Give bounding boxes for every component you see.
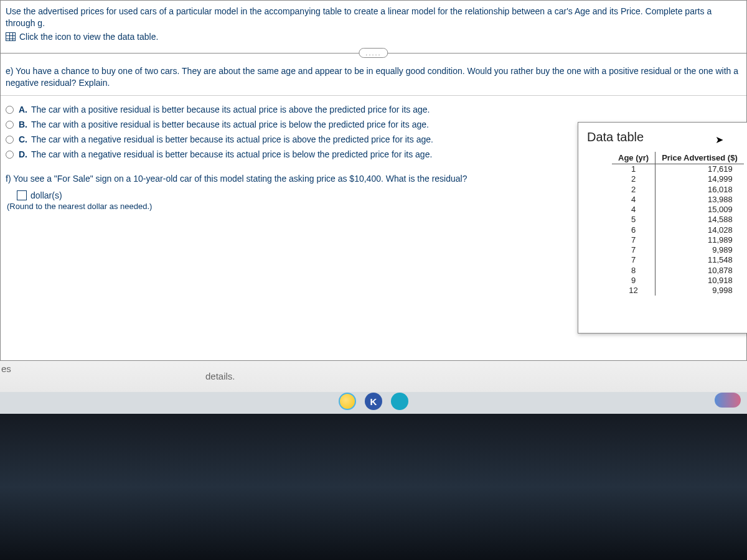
table-row: 117,619 bbox=[612, 164, 744, 175]
table-row: 810,878 bbox=[612, 266, 744, 276]
cell-price: 10,918 bbox=[655, 276, 744, 286]
option-a[interactable]: A.The car with a positive residual is be… bbox=[6, 102, 740, 117]
cell-age: 4 bbox=[612, 205, 655, 215]
cell-price: 16,018 bbox=[655, 185, 744, 195]
option-d-label: D.The car with a negative residual is be… bbox=[19, 149, 432, 159]
table-row: 910,918 bbox=[612, 276, 744, 286]
cell-age: 4 bbox=[612, 195, 655, 205]
table-icon bbox=[6, 32, 16, 41]
answer-unit: dollar(s) bbox=[31, 190, 62, 200]
option-d-key: D. bbox=[19, 149, 27, 159]
cell-price: 11,548 bbox=[655, 255, 744, 265]
cell-age: 1 bbox=[612, 164, 655, 175]
cell-price: 14,999 bbox=[655, 174, 744, 184]
option-c-text: The car with a negative residual is bett… bbox=[31, 134, 433, 144]
cell-age: 9 bbox=[612, 276, 655, 286]
cell-price: 13,988 bbox=[655, 195, 744, 205]
cell-age: 7 bbox=[612, 245, 655, 255]
taskbar-app3-icon[interactable] bbox=[391, 393, 408, 410]
cell-price: 15,009 bbox=[655, 205, 744, 215]
table-row: 413,988 bbox=[612, 195, 744, 205]
option-b-radio[interactable] bbox=[6, 121, 14, 129]
option-c-key: C. bbox=[19, 134, 27, 144]
option-d-text: The car with a negative residual is bett… bbox=[31, 149, 432, 159]
taskbar-app2-icon[interactable]: K bbox=[365, 393, 382, 410]
view-data-link[interactable]: Click the icon to view the data table. bbox=[1, 32, 746, 48]
cell-age: 12 bbox=[612, 286, 655, 296]
table-row: 614,028 bbox=[612, 225, 744, 235]
table-row: 711,989 bbox=[612, 235, 744, 245]
cell-price: 14,028 bbox=[655, 225, 744, 235]
option-a-key: A. bbox=[19, 105, 27, 114]
cell-age: 7 bbox=[612, 235, 655, 245]
table-row: 79,989 bbox=[612, 245, 744, 255]
cursor-icon: ➤ bbox=[715, 134, 723, 146]
option-b-text: The car with a positive residual is bett… bbox=[31, 119, 429, 129]
cell-age: 2 bbox=[612, 185, 655, 195]
view-data-text: Click the icon to view the data table. bbox=[19, 32, 158, 42]
col-price-header: Price Advertised ($) bbox=[655, 152, 744, 164]
cell-price: 14,588 bbox=[655, 215, 744, 225]
data-table: Age (yr) Price Advertised ($) 117,619214… bbox=[612, 152, 744, 296]
question-e-text: e) You have a chance to buy one of two c… bbox=[1, 62, 746, 96]
footer-details-text: details. bbox=[205, 371, 235, 381]
taskbar-app1-icon[interactable] bbox=[339, 393, 356, 410]
dots-icon: ..... bbox=[359, 48, 388, 58]
data-table-popup: Data table ➤ Age (yr) Price Advertised (… bbox=[578, 122, 747, 334]
option-c-label: C.The car with a negative residual is be… bbox=[19, 134, 433, 144]
table-row: 415,009 bbox=[612, 205, 744, 215]
option-b-key: B. bbox=[19, 119, 27, 129]
table-row: 129,998 bbox=[612, 286, 744, 296]
problem-intro: Use the advertised prices for used cars … bbox=[1, 1, 746, 32]
cell-age: 7 bbox=[612, 255, 655, 265]
section-divider: ..... bbox=[1, 48, 746, 58]
option-c-radio[interactable] bbox=[6, 136, 14, 144]
taskbar: K bbox=[0, 389, 747, 414]
cell-age: 8 bbox=[612, 266, 655, 276]
cell-price: 9,989 bbox=[655, 245, 744, 255]
question-panel: Use the advertised prices for used cars … bbox=[0, 0, 747, 361]
option-b-label: B.The car with a positive residual is be… bbox=[19, 119, 429, 129]
taskbar-right-pill[interactable] bbox=[715, 393, 741, 408]
footer-left-text: es bbox=[1, 363, 11, 374]
table-row: 711,548 bbox=[612, 255, 744, 265]
cell-price: 11,989 bbox=[655, 235, 744, 245]
cell-price: 10,878 bbox=[655, 266, 744, 276]
cell-price: 17,619 bbox=[655, 164, 744, 175]
cell-age: 2 bbox=[612, 174, 655, 184]
option-d-radio[interactable] bbox=[6, 151, 14, 159]
cell-age: 6 bbox=[612, 225, 655, 235]
table-row: 214,999 bbox=[612, 174, 744, 184]
cell-price: 9,998 bbox=[655, 286, 744, 296]
col-age-header: Age (yr) bbox=[612, 152, 655, 164]
option-a-label: A.The car with a positive residual is be… bbox=[19, 105, 430, 114]
desktop-background bbox=[0, 414, 747, 560]
option-a-text: The car with a positive residual is bett… bbox=[31, 105, 430, 114]
table-row: 514,588 bbox=[612, 215, 744, 225]
footer-bar: es details. bbox=[0, 361, 747, 392]
cell-age: 5 bbox=[612, 215, 655, 225]
option-a-radio[interactable] bbox=[6, 106, 14, 114]
answer-input[interactable] bbox=[17, 190, 27, 200]
table-row: 216,018 bbox=[612, 185, 744, 195]
